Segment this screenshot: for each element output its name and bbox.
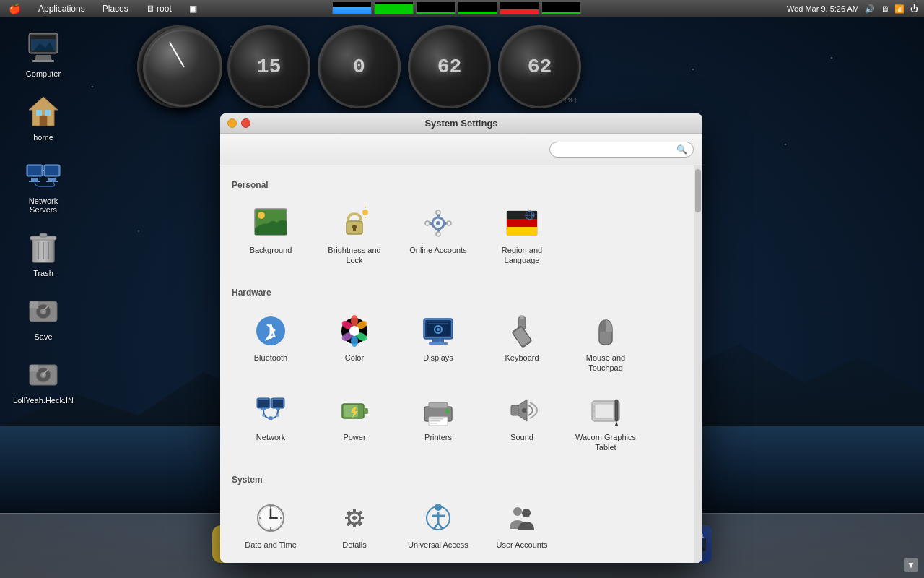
svg-point-42 [362,210,368,215]
apple-menu[interactable]: 🍎 [6,1,24,16]
scrollbar[interactable] [694,165,702,563]
svg-rect-10 [28,166,41,175]
svg-rect-77 [428,323,448,324]
section-hardware: Hardware [232,288,691,298]
trash-icon [27,229,60,265]
svg-point-93 [262,414,265,417]
desktop-icon-trash[interactable]: Trash [14,228,72,277]
power-icon-hw [337,393,372,428]
settings-online[interactable]: Online Accounts [399,199,477,273]
settings-printers[interactable]: Printers [399,386,477,460]
desktop-icon-network[interactable]: Network Servers [14,156,72,214]
svg-point-51 [436,210,440,215]
taskbar-6 [541,1,581,14]
svg-point-52 [447,221,451,225]
bluetooth-icon [253,314,288,348]
desktop-icon-save[interactable]: Save [14,292,72,341]
taskbar-5 [500,1,539,14]
clock-15: 15 [227,25,310,108]
svg-point-79 [437,328,440,331]
settings-network[interactable]: Network [232,386,310,460]
volume-icon[interactable]: 🔊 [865,4,875,14]
settings-mouse[interactable]: Mouse and Touchpad [567,306,645,381]
color-icon [337,314,372,348]
network-icon [25,159,61,191]
svg-rect-96 [364,408,368,414]
settings-power[interactable]: Power [315,386,393,460]
datetime-icon [253,501,288,535]
svg-rect-75 [429,342,448,345]
svg-rect-127 [345,517,349,519]
svg-rect-15 [48,178,56,181]
menubar-places[interactable]: Places [100,2,131,15]
menubar-root[interactable]: 🖥 root [143,2,175,15]
mouse-label: Mouse and Touchpad [571,353,640,374]
menubar-applications[interactable]: Applications [35,2,88,15]
lollyeah-label: LollYeah.Heck.IN [13,396,74,405]
svg-point-140 [522,509,531,517]
settings-displays[interactable]: Displays [399,306,477,381]
close-button[interactable] [241,118,250,128]
settings-wacom[interactable]: Wacom Graphics Tablet [567,386,645,460]
svg-point-53 [436,232,440,236]
settings-window: System Settings 🔍 Personal Background [220,113,702,563]
taskbar-3 [416,1,456,14]
svg-rect-128 [359,517,364,519]
settings-bluetooth[interactable]: Bluetooth [232,306,310,381]
svg-rect-103 [430,423,437,424]
svg-point-94 [276,414,279,417]
analog-clock-large [143,27,222,107]
menubar: 🍎 Applications Places 🖥 root ▣ Wed Mar 9… [0,0,924,17]
settings-color[interactable]: Color [315,306,393,381]
svg-rect-91 [276,408,280,410]
region-icon [505,206,539,241]
color-label: Color [345,353,364,363]
settings-brightness[interactable]: Brightness and Lock [315,199,393,273]
clock-0: 0 [318,25,401,108]
settings-universal[interactable]: Universal Access [399,493,477,557]
svg-rect-110 [615,400,618,421]
brightness-icon [337,206,372,241]
window-title: System Settings [424,118,497,129]
svg-rect-14 [45,166,58,175]
background-label: Background [250,245,292,255]
svg-point-118 [269,517,272,519]
save-label: Save [34,332,52,341]
svg-rect-126 [353,523,356,527]
users-label: User Accounts [497,540,548,550]
taskbar-1 [332,1,372,14]
settings-region[interactable]: Region and Language [483,199,561,273]
screen-icon[interactable]: 🖥 [881,4,889,13]
search-input[interactable] [556,144,676,155]
desktop-icon-home[interactable]: home [14,92,72,142]
scrollbar-thumb[interactable] [695,169,701,212]
menubar-terminal[interactable]: ▣ [186,2,200,15]
trash-label: Trash [33,269,53,277]
svg-point-124 [352,516,357,520]
power-icon[interactable]: ⏻ [910,4,918,13]
settings-sound[interactable]: Sound [483,386,561,460]
settings-users[interactable]: User Accounts [483,493,561,557]
search-box[interactable]: 🔍 [549,142,694,158]
taskbars [332,1,581,14]
settings-keyboard[interactable]: Keyboard [483,306,561,381]
dock-scroll-arrow[interactable]: ▼ [904,558,918,572]
keyboard-icon [505,314,539,348]
wacom-label: Wacom Graphics Tablet [571,432,640,453]
svg-point-38 [258,212,265,219]
settings-datetime[interactable]: Date and Time [232,493,310,557]
save-icon [27,294,60,327]
personal-grid: Background Brightnes [232,199,691,273]
clock-62b: 62 [ % ] [498,25,581,108]
settings-background[interactable]: Background [232,199,310,273]
minimize-button[interactable] [227,118,237,128]
network-label: Network Servers [14,197,72,214]
wifi-icon[interactable]: 📶 [894,4,905,14]
svg-rect-8 [45,110,51,116]
details-icon [337,501,372,535]
desktop-icon-computer[interactable]: Computer [14,29,72,78]
settings-details[interactable]: Details [315,493,393,557]
svg-marker-111 [615,421,618,426]
desktop-icon-lollyeah[interactable]: LollYeah.Heck.IN [14,355,72,405]
svg-rect-81 [520,316,524,319]
